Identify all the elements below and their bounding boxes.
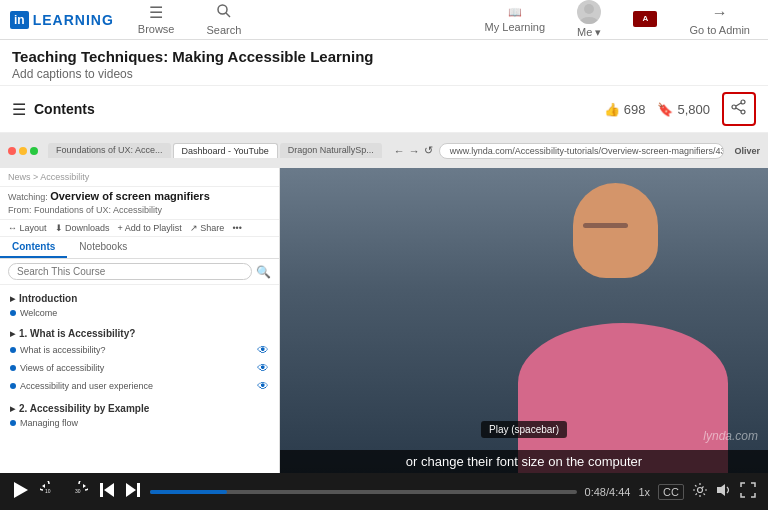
go-to-admin-nav[interactable]: → Go to Admin <box>681 4 758 36</box>
browser-bar: Foundations of UX: Acce... Dashboard - Y… <box>0 133 768 168</box>
course-item[interactable]: Managing flow <box>10 416 269 430</box>
skip-forward-30-button[interactable]: 30 <box>68 479 90 504</box>
svg-marker-19 <box>717 484 725 496</box>
title-section: Teaching Techniques: Making Accessible L… <box>0 40 768 86</box>
time-display: 0:48/4:44 <box>585 486 631 498</box>
contents-tab[interactable]: Contents <box>0 237 67 258</box>
share-button[interactable] <box>722 92 756 126</box>
course-item[interactable]: What is accessibility? 👁 <box>10 341 269 359</box>
browser-tab-1[interactable]: Dashboard - YouTube <box>173 143 278 158</box>
presenter-head <box>573 183 658 278</box>
video-left-panel: News > Accessibility Watching: Overview … <box>0 168 280 473</box>
lynda-watermark: lynda.com <box>703 429 758 443</box>
play-tooltip: Play (spacebar) <box>481 421 567 438</box>
svg-point-4 <box>741 100 745 104</box>
svg-marker-12 <box>83 484 86 488</box>
course-contents-list: ▸ Introduction Welcome ▸ 1. What is Acce… <box>0 285 279 473</box>
skip-back-10-button[interactable]: 10 <box>38 479 60 504</box>
browser-tab-2[interactable]: Dragon NaturallySp... <box>280 143 382 158</box>
section-intro: ▸ Introduction Welcome <box>0 289 279 324</box>
fullscreen-button[interactable] <box>740 482 756 501</box>
li-icon: in <box>10 11 29 29</box>
progress-bar[interactable] <box>150 490 577 494</box>
svg-marker-14 <box>104 483 114 497</box>
browse-nav[interactable]: ☰ Browse <box>130 5 183 35</box>
share-video-btn[interactable]: ↗ Share <box>190 223 225 233</box>
browse-label: Browse <box>138 23 175 35</box>
page-subtitle: Add captions to videos <box>12 67 756 81</box>
svg-line-8 <box>736 108 741 111</box>
item-label: What is accessibility? <box>20 345 106 355</box>
next-track-button[interactable] <box>124 481 142 502</box>
progress-container[interactable] <box>150 490 577 494</box>
volume-button[interactable] <box>716 482 732 501</box>
speed-button[interactable]: 1x <box>638 486 650 498</box>
browser-url[interactable]: www.lynda.com/Accessibility-tutorials/Ov… <box>439 143 725 159</box>
search-nav[interactable]: Search <box>198 3 249 36</box>
settings-button[interactable] <box>692 482 708 501</box>
video-watching-from: From: Foundations of UX: Accessibility <box>0 205 279 219</box>
go-to-admin-icon: → <box>712 4 728 22</box>
contents-bar: ☰ Contents 👍 698 🔖 5,800 <box>0 86 768 133</box>
video-content-area: News > Accessibility Watching: Overview … <box>0 168 768 473</box>
my-learning-nav[interactable]: 📖 My Learning <box>477 6 554 33</box>
course-item[interactable]: Views of accessibility 👁 <box>10 359 269 377</box>
item-check-icon: 👁 <box>257 379 269 393</box>
item-label: Views of accessibility <box>20 363 104 373</box>
svg-line-7 <box>736 103 741 106</box>
item-dot <box>10 420 16 426</box>
notebooks-tab[interactable]: Notebooks <box>67 237 139 258</box>
admin-logo-nav[interactable]: A <box>625 11 665 29</box>
playlist-btn[interactable]: + Add to Playlist <box>118 223 182 233</box>
downloads-btn[interactable]: ⬇ Downloads <box>55 223 110 233</box>
search-course-input[interactable] <box>8 263 252 280</box>
svg-point-18 <box>698 488 703 493</box>
item-dot <box>10 383 16 389</box>
course-item[interactable]: Welcome <box>10 306 269 320</box>
bookmarks-action[interactable]: 🔖 5,800 <box>657 102 710 117</box>
contents-label: Contents <box>34 101 95 117</box>
search-icon <box>216 3 232 22</box>
thumbs-up-icon: 👍 <box>604 102 620 117</box>
controls-right: 1x CC <box>638 482 756 501</box>
likes-count: 698 <box>624 102 646 117</box>
svg-marker-16 <box>126 483 136 497</box>
linkedin-logo[interactable]: in LEARNING <box>10 11 114 29</box>
bookmark-icon: 🔖 <box>657 102 673 117</box>
course-item[interactable]: Accessibility and user experience 👁 <box>10 377 269 395</box>
item-label: Welcome <box>20 308 57 318</box>
avatar <box>577 0 601 24</box>
play-button[interactable] <box>12 480 30 503</box>
prev-track-button[interactable] <box>98 481 116 502</box>
browse-icon: ☰ <box>149 5 163 21</box>
go-to-admin-label: Go to Admin <box>689 24 750 36</box>
learning-text: LEARNING <box>33 12 114 28</box>
share-icon <box>731 99 747 119</box>
section-2: ▸ 2. Accessibility by Example Managing f… <box>0 399 279 434</box>
item-dot <box>10 347 16 353</box>
section-2-title: 2. Accessibility by Example <box>19 403 149 414</box>
header: in LEARNING ☰ Browse Search 📖 My Learnin… <box>0 0 768 40</box>
item-check-icon: 👁 <box>257 361 269 375</box>
svg-line-1 <box>226 13 230 17</box>
video-screenshot: Foundations of UX: Acce... Dashboard - Y… <box>0 133 768 473</box>
video-watching-label: News > Accessibility <box>0 168 279 187</box>
browser-tab-0[interactable]: Foundations of UX: Acce... <box>48 143 171 158</box>
subtitle-text: or change their font size on the compute… <box>406 454 642 469</box>
contents-list-icon: ☰ <box>12 100 26 119</box>
section-intro-bullet: ▸ <box>10 293 15 304</box>
contents-actions: 👍 698 🔖 5,800 <box>604 92 756 126</box>
section-1-title: 1. What is Accessibility? <box>19 328 135 339</box>
svg-point-0 <box>218 5 227 14</box>
current-time: 0:48 <box>585 486 606 498</box>
search-course-icon: 🔍 <box>256 265 271 279</box>
layout-btn[interactable]: ↔ Layout <box>8 223 47 233</box>
video-controls: 10 30 0:48/4:44 1x CC <box>0 473 768 510</box>
video-container: Foundations of UX: Acce... Dashboard - Y… <box>0 133 768 510</box>
subtitle-bar: or change their font size on the compute… <box>280 450 768 473</box>
more-btn[interactable]: ••• <box>232 223 241 233</box>
me-nav[interactable]: Me ▾ <box>569 0 609 39</box>
closed-captions-button[interactable]: CC <box>658 484 684 500</box>
svg-point-2 <box>584 4 594 14</box>
likes-action[interactable]: 👍 698 <box>604 102 646 117</box>
